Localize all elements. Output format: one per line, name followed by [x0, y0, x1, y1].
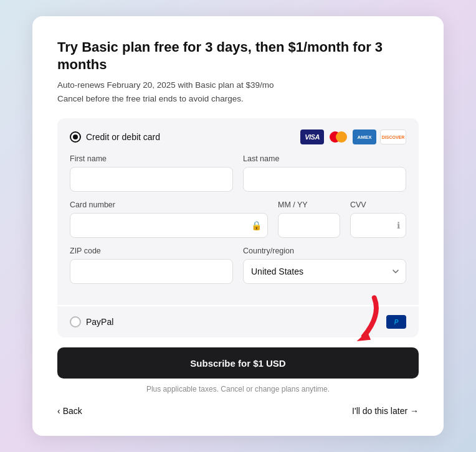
card-number-input[interactable] [70, 213, 268, 238]
later-button[interactable]: I'll do this later → [352, 406, 419, 416]
paypal-radio[interactable] [70, 316, 81, 327]
zip-group: ZIP code [70, 247, 233, 284]
credit-card-option: Credit or debit card VISA AMEX DISCOVER [70, 129, 406, 144]
country-label: Country/region [243, 247, 406, 255]
first-name-group: First name [70, 154, 233, 192]
mm-yy-group: MM / YY [278, 200, 340, 238]
credit-card-section: Credit or debit card VISA AMEX DISCOVER [57, 118, 419, 305]
zip-label: ZIP code [70, 247, 233, 255]
name-row: First name Last name [70, 154, 406, 192]
country-select[interactable]: United States Canada United Kingdom [243, 259, 406, 284]
mm-yy-input[interactable] [278, 213, 340, 238]
card-number-group: Card number 🔒 [70, 200, 268, 238]
payment-sections: Credit or debit card VISA AMEX DISCOVER [57, 118, 419, 337]
paypal-logo: P [386, 315, 406, 329]
subtitle: Auto-renews February 20, 2025 with Basic… [57, 79, 419, 92]
cvv-group: CVV ℹ [350, 200, 406, 238]
first-name-input[interactable] [70, 167, 233, 192]
last-name-input[interactable] [243, 167, 406, 192]
bottom-nav: ‹ Back I'll do this later → [57, 406, 419, 416]
cvv-input-wrapper: ℹ [350, 213, 406, 238]
note: Cancel before the free trial ends to avo… [57, 94, 419, 103]
tax-note: Plus applicable taxes. Cancel or change … [57, 385, 419, 393]
credit-label: Credit or debit card [86, 132, 160, 142]
discover-icon: DISCOVER [380, 129, 406, 144]
cvv-label: CVV [350, 200, 406, 209]
back-button[interactable]: ‹ Back [57, 406, 82, 416]
visa-icon: VISA [300, 129, 324, 144]
subscribe-wrapper: Subscribe for $1 USD [57, 337, 419, 379]
paypal-section: PayPal P [57, 306, 419, 337]
card-icons: VISA AMEX DISCOVER [300, 129, 406, 144]
subscribe-button[interactable]: Subscribe for $1 USD [57, 347, 419, 379]
last-name-label: Last name [243, 154, 406, 163]
card-row: Card number 🔒 MM / YY CVV ℹ [70, 200, 406, 238]
back-chevron-icon: ‹ [57, 406, 60, 416]
first-name-label: First name [70, 154, 233, 163]
lock-icon: 🔒 [251, 220, 262, 230]
back-label: Back [63, 406, 82, 416]
zip-input[interactable] [70, 259, 233, 284]
country-group: Country/region United States Canada Unit… [243, 247, 406, 284]
amex-icon: AMEX [353, 129, 376, 144]
zip-country-row: ZIP code Country/region United States Ca… [70, 247, 406, 284]
last-name-group: Last name [243, 154, 406, 192]
card-number-label: Card number [70, 200, 268, 209]
page-title: Try Basic plan free for 3 days, then $1/… [57, 39, 419, 74]
info-icon: ℹ [397, 220, 400, 230]
paypal-label: PayPal [86, 317, 113, 327]
credit-radio[interactable] [70, 131, 81, 143]
mastercard-icon [328, 129, 349, 144]
mm-yy-label: MM / YY [278, 200, 340, 209]
main-card: Try Basic plan free for 3 days, then $1/… [32, 16, 444, 436]
card-number-input-wrapper: 🔒 [70, 213, 268, 238]
